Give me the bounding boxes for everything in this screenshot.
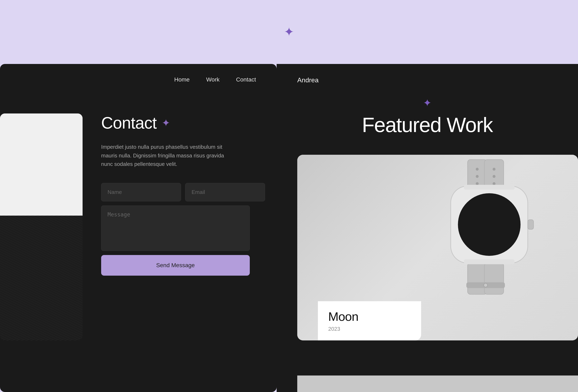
svg-rect-15	[464, 185, 515, 190]
moon-label-card: Moon 2023	[318, 301, 421, 341]
watch-svg	[417, 155, 562, 299]
watch-card: Moon 2023	[297, 155, 578, 341]
featured-work-title: Featured Work	[362, 113, 493, 137]
message-textarea[interactable]	[101, 206, 250, 251]
contact-title: Contact	[101, 113, 157, 132]
contact-description: Imperdiet justo nulla purus phasellus ve…	[101, 143, 225, 169]
header-star-icon: ✦	[284, 26, 294, 38]
svg-point-14	[484, 283, 487, 287]
svg-point-2	[476, 168, 479, 171]
send-message-button[interactable]: Send Message	[101, 255, 250, 276]
svg-rect-16	[464, 260, 515, 264]
nav-work[interactable]: Work	[206, 76, 220, 83]
contact-section: Contact ✦ Imperdiet justo nulla purus ph…	[101, 113, 250, 276]
email-input[interactable]	[185, 183, 265, 201]
featured-star-icon: ✦	[423, 97, 432, 109]
svg-rect-11	[468, 263, 487, 294]
left-panel: Home Work Contact Contact ✦ Imperdiet ju…	[0, 64, 277, 392]
contact-form: Send Message	[101, 183, 250, 276]
contact-title-row: Contact ✦	[101, 113, 250, 132]
sky-portion	[0, 113, 83, 216]
contact-star-icon: ✦	[162, 118, 170, 128]
panels-container: Home Work Contact Contact ✦ Imperdiet ju…	[0, 64, 578, 392]
landscape-image	[0, 113, 83, 341]
featured-work-container: ✦ Featured Work	[277, 97, 578, 137]
left-nav: Home Work Contact	[0, 64, 277, 83]
svg-point-5	[492, 168, 495, 171]
svg-rect-10	[528, 220, 534, 229]
project-year: 2023	[328, 326, 411, 332]
svg-point-3	[476, 175, 479, 178]
project-title: Moon	[328, 309, 411, 324]
nav-contact[interactable]: Contact	[236, 76, 256, 83]
svg-point-9	[458, 193, 520, 256]
form-row-name-email	[101, 183, 250, 201]
svg-point-7	[492, 182, 495, 185]
svg-point-4	[476, 182, 479, 185]
top-bar: ✦	[0, 0, 578, 64]
name-input[interactable]	[101, 183, 181, 201]
bottom-strip	[297, 376, 578, 392]
right-panel: Andrea ✦ Featured Work	[277, 64, 578, 392]
dunes-portion	[0, 216, 83, 341]
svg-rect-12	[484, 263, 504, 294]
svg-point-6	[492, 175, 495, 178]
nav-home[interactable]: Home	[174, 76, 190, 83]
brand-label: Andrea	[297, 76, 319, 84]
